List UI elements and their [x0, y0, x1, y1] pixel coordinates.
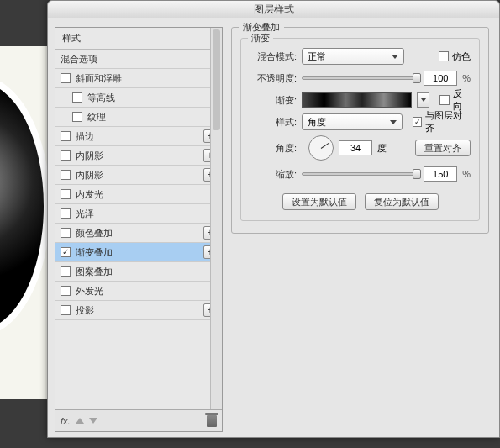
- checkbox-icon[interactable]: [61, 170, 71, 180]
- styles-list-header: 样式: [55, 28, 222, 50]
- style-item-label: 描边: [76, 130, 203, 143]
- reset-align-button[interactable]: 重置对齐: [415, 140, 471, 156]
- checkbox-icon[interactable]: [61, 150, 71, 161]
- checkbox-icon[interactable]: [61, 189, 71, 199]
- checkbox-icon[interactable]: [61, 208, 71, 219]
- styles-blend-options[interactable]: 混合选项: [55, 50, 222, 69]
- blend-mode-value: 正常: [308, 50, 326, 63]
- checkbox-icon: [439, 51, 449, 61]
- styles-list: 样式 混合选项 斜面和浮雕 等高线 纹理 描边: [55, 27, 223, 432]
- fx-menu-button[interactable]: fx: [61, 416, 71, 426]
- opacity-input[interactable]: [424, 71, 457, 86]
- dither-label: 仿色: [452, 50, 471, 63]
- style-item-bevel[interactable]: 斜面和浮雕: [55, 69, 222, 88]
- scale-input[interactable]: [424, 166, 457, 182]
- style-item-satin[interactable]: 光泽: [55, 204, 222, 224]
- angle-label: 角度:: [250, 142, 297, 155]
- style-item-label: 光泽: [76, 208, 217, 220]
- angle-input[interactable]: [339, 140, 372, 155]
- make-default-button[interactable]: 设置为默认值: [282, 193, 356, 210]
- checkbox-icon[interactable]: [61, 266, 71, 277]
- style-item-label: 内阴影: [76, 169, 203, 182]
- styles-panel: 样式 混合选项 斜面和浮雕 等高线 纹理 描边: [48, 18, 229, 437]
- trash-icon[interactable]: [207, 415, 217, 427]
- checkbox-icon: [413, 117, 423, 127]
- align-checkbox[interactable]: 与图层对齐: [413, 109, 471, 134]
- checkbox-icon[interactable]: [61, 286, 71, 296]
- percent-label: %: [462, 73, 471, 83]
- dialog-titlebar[interactable]: 图层样式: [48, 1, 499, 18]
- style-item-label: 等高线: [87, 92, 217, 104]
- style-item-pattern-overlay[interactable]: 图案叠加: [55, 262, 222, 282]
- blend-mode-label: 混合模式:: [250, 50, 297, 63]
- style-label: 样式:: [250, 116, 297, 129]
- style-item-label: 内阴影: [76, 150, 203, 162]
- layer-style-dialog: 图层样式 样式 混合选项 斜面和浮雕 等高线 纹理: [47, 0, 500, 438]
- style-item-label: 纹理: [87, 111, 217, 124]
- style-item-outer-glow[interactable]: 外发光: [55, 282, 222, 301]
- style-item-label: 内发光: [76, 188, 217, 201]
- checkbox-icon[interactable]: [61, 247, 71, 257]
- gradient-dropdown-icon[interactable]: [417, 92, 429, 108]
- style-select[interactable]: 角度: [302, 113, 403, 130]
- checkbox-icon[interactable]: [72, 92, 82, 103]
- styles-list-footer: fx: [55, 409, 222, 431]
- checkbox-icon[interactable]: [61, 305, 71, 315]
- gradient-swatch[interactable]: [302, 92, 412, 108]
- checkbox-icon[interactable]: [61, 228, 71, 238]
- style-value: 角度: [308, 116, 326, 129]
- style-item-label: 渐变叠加: [76, 246, 203, 259]
- dither-checkbox[interactable]: 仿色: [439, 50, 471, 63]
- style-item-inner-glow[interactable]: 内发光: [55, 185, 222, 204]
- move-up-icon[interactable]: [76, 418, 84, 424]
- opacity-label: 不透明度:: [250, 72, 297, 85]
- style-item-label: 图案叠加: [76, 266, 217, 278]
- scrollbar-thumb[interactable]: [213, 29, 220, 130]
- style-item-stroke[interactable]: 描边 +: [55, 127, 222, 146]
- style-item-drop-shadow[interactable]: 投影 +: [55, 301, 222, 320]
- percent-label: %: [462, 169, 471, 179]
- gradient-label: 渐变:: [250, 94, 297, 107]
- checkbox-icon: [439, 95, 450, 105]
- scale-label: 缩放:: [250, 168, 297, 181]
- style-item-label: 颜色叠加: [76, 227, 203, 240]
- style-item-texture[interactable]: 纹理: [55, 108, 222, 127]
- blend-mode-select[interactable]: 正常: [302, 48, 404, 65]
- style-item-label: 外发光: [76, 285, 217, 298]
- reset-default-button[interactable]: 复位为默认值: [365, 193, 439, 210]
- style-item-color-overlay[interactable]: 颜色叠加 +: [55, 224, 222, 243]
- move-down-icon[interactable]: [89, 418, 97, 424]
- checkbox-icon[interactable]: [61, 131, 71, 141]
- style-item-label: 投影: [76, 304, 203, 317]
- style-item-contour[interactable]: 等高线: [55, 88, 222, 108]
- settings-panel: 渐变叠加 渐变 混合模式: 正常 仿色: [229, 18, 499, 437]
- style-item-inner-shadow-1[interactable]: 内阴影 +: [55, 146, 222, 166]
- gradient-overlay-group: 渐变叠加 渐变 混合模式: 正常 仿色: [231, 27, 489, 234]
- slider-thumb[interactable]: [413, 73, 421, 83]
- styles-scrollbar[interactable]: [210, 28, 222, 431]
- degree-label: 度: [377, 142, 387, 155]
- angle-dial[interactable]: [308, 135, 334, 161]
- checkbox-icon[interactable]: [72, 112, 82, 122]
- style-item-label: 斜面和浮雕: [76, 72, 217, 85]
- checkbox-icon[interactable]: [61, 73, 71, 83]
- opacity-slider[interactable]: [302, 76, 418, 80]
- style-item-inner-shadow-2[interactable]: 内阴影 +: [55, 166, 222, 185]
- inner-title: 渐变: [248, 32, 273, 45]
- style-item-gradient-overlay[interactable]: 渐变叠加 +: [55, 243, 222, 262]
- align-label: 与图层对齐: [425, 109, 471, 134]
- gradient-group: 渐变 混合模式: 正常 仿色 不透明度:: [240, 38, 480, 221]
- blend-options-label: 混合选项: [61, 53, 217, 66]
- slider-thumb[interactable]: [413, 169, 421, 179]
- scale-slider[interactable]: [302, 172, 418, 176]
